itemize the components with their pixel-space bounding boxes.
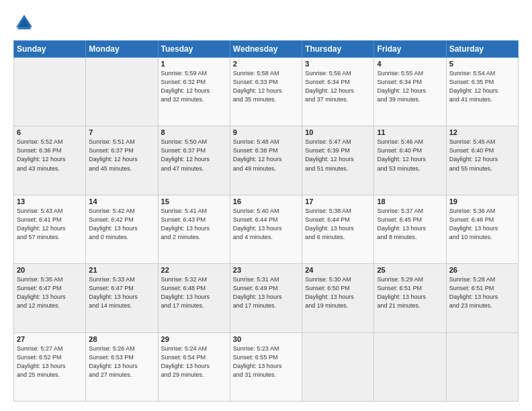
day-info: Sunrise: 5:55 AM Sunset: 6:34 PM Dayligh… bbox=[377, 69, 443, 104]
day-info: Sunrise: 5:59 AM Sunset: 6:32 PM Dayligh… bbox=[161, 69, 227, 104]
day-info: Sunrise: 5:43 AM Sunset: 6:41 PM Dayligh… bbox=[17, 207, 83, 242]
weekday-header-wednesday: Wednesday bbox=[230, 41, 302, 58]
logo bbox=[13, 12, 38, 34]
calendar-cell: 29Sunrise: 5:24 AM Sunset: 6:54 PM Dayli… bbox=[158, 332, 230, 401]
day-info: Sunrise: 5:24 AM Sunset: 6:54 PM Dayligh… bbox=[161, 345, 227, 379]
day-number: 23 bbox=[233, 266, 299, 274]
calendar-cell: 19Sunrise: 5:36 AM Sunset: 6:46 PM Dayli… bbox=[446, 195, 518, 263]
page: SundayMondayTuesdayWednesdayThursdayFrid… bbox=[0, 0, 532, 411]
calendar-cell: 17Sunrise: 5:38 AM Sunset: 6:44 PM Dayli… bbox=[302, 195, 374, 263]
day-number: 1 bbox=[161, 60, 227, 68]
calendar-cell: 11Sunrise: 5:46 AM Sunset: 6:40 PM Dayli… bbox=[374, 126, 446, 195]
day-number: 25 bbox=[377, 266, 443, 274]
day-info: Sunrise: 5:48 AM Sunset: 6:38 PM Dayligh… bbox=[233, 138, 299, 173]
calendar-cell: 18Sunrise: 5:37 AM Sunset: 6:45 PM Dayli… bbox=[374, 195, 446, 263]
weekday-header-thursday: Thursday bbox=[302, 41, 374, 58]
day-number: 5 bbox=[449, 60, 515, 68]
day-info: Sunrise: 5:26 AM Sunset: 6:53 PM Dayligh… bbox=[89, 345, 154, 379]
weekday-header-friday: Friday bbox=[374, 41, 446, 58]
week-row-3: 20Sunrise: 5:35 AM Sunset: 6:47 PM Dayli… bbox=[14, 264, 519, 332]
day-info: Sunrise: 5:58 AM Sunset: 6:33 PM Dayligh… bbox=[233, 69, 299, 104]
calendar-cell: 22Sunrise: 5:32 AM Sunset: 6:48 PM Dayli… bbox=[158, 264, 230, 332]
weekday-header-sunday: Sunday bbox=[14, 41, 86, 58]
day-number: 14 bbox=[89, 197, 154, 205]
calendar-cell: 10Sunrise: 5:47 AM Sunset: 6:39 PM Dayli… bbox=[302, 126, 374, 195]
day-number: 9 bbox=[233, 128, 299, 136]
calendar-cell: 20Sunrise: 5:35 AM Sunset: 6:47 PM Dayli… bbox=[14, 264, 86, 332]
day-number: 16 bbox=[233, 197, 299, 205]
weekday-header-row: SundayMondayTuesdayWednesdayThursdayFrid… bbox=[14, 41, 519, 58]
day-number: 22 bbox=[161, 266, 227, 274]
calendar-cell: 13Sunrise: 5:43 AM Sunset: 6:41 PM Dayli… bbox=[14, 195, 86, 263]
week-row-2: 13Sunrise: 5:43 AM Sunset: 6:41 PM Dayli… bbox=[14, 195, 519, 263]
day-info: Sunrise: 5:38 AM Sunset: 6:44 PM Dayligh… bbox=[305, 207, 371, 242]
header bbox=[13, 12, 519, 34]
day-info: Sunrise: 5:30 AM Sunset: 6:50 PM Dayligh… bbox=[305, 275, 371, 310]
day-info: Sunrise: 5:42 AM Sunset: 6:42 PM Dayligh… bbox=[89, 207, 154, 242]
calendar-cell: 14Sunrise: 5:42 AM Sunset: 6:42 PM Dayli… bbox=[86, 195, 158, 263]
day-info: Sunrise: 5:40 AM Sunset: 6:44 PM Dayligh… bbox=[233, 207, 299, 242]
weekday-header-saturday: Saturday bbox=[446, 41, 518, 58]
calendar-cell: 8Sunrise: 5:50 AM Sunset: 6:37 PM Daylig… bbox=[158, 126, 230, 195]
day-info: Sunrise: 5:37 AM Sunset: 6:45 PM Dayligh… bbox=[377, 207, 443, 242]
calendar-cell: 16Sunrise: 5:40 AM Sunset: 6:44 PM Dayli… bbox=[230, 195, 302, 263]
day-info: Sunrise: 5:56 AM Sunset: 6:34 PM Dayligh… bbox=[305, 69, 371, 104]
calendar-cell: 7Sunrise: 5:51 AM Sunset: 6:37 PM Daylig… bbox=[86, 126, 158, 195]
day-info: Sunrise: 5:32 AM Sunset: 6:48 PM Dayligh… bbox=[161, 275, 227, 310]
weekday-header-monday: Monday bbox=[86, 41, 158, 58]
week-row-0: 1Sunrise: 5:59 AM Sunset: 6:32 PM Daylig… bbox=[14, 58, 519, 126]
day-number: 18 bbox=[377, 197, 443, 205]
day-number: 2 bbox=[233, 60, 299, 68]
calendar-cell: 6Sunrise: 5:52 AM Sunset: 6:36 PM Daylig… bbox=[14, 126, 86, 195]
day-info: Sunrise: 5:45 AM Sunset: 6:40 PM Dayligh… bbox=[449, 138, 515, 173]
calendar-cell bbox=[302, 332, 374, 401]
day-number: 7 bbox=[89, 128, 154, 136]
day-info: Sunrise: 5:31 AM Sunset: 6:49 PM Dayligh… bbox=[233, 275, 299, 310]
day-info: Sunrise: 5:41 AM Sunset: 6:43 PM Dayligh… bbox=[161, 207, 227, 242]
calendar-cell: 27Sunrise: 5:27 AM Sunset: 6:52 PM Dayli… bbox=[14, 332, 86, 401]
day-info: Sunrise: 5:47 AM Sunset: 6:39 PM Dayligh… bbox=[305, 138, 371, 173]
calendar-cell: 4Sunrise: 5:55 AM Sunset: 6:34 PM Daylig… bbox=[374, 58, 446, 126]
day-info: Sunrise: 5:51 AM Sunset: 6:37 PM Dayligh… bbox=[89, 138, 154, 173]
day-number: 6 bbox=[17, 128, 83, 136]
calendar-cell: 9Sunrise: 5:48 AM Sunset: 6:38 PM Daylig… bbox=[230, 126, 302, 195]
day-number: 10 bbox=[305, 128, 371, 136]
day-info: Sunrise: 5:54 AM Sunset: 6:35 PM Dayligh… bbox=[449, 69, 515, 104]
calendar-cell: 12Sunrise: 5:45 AM Sunset: 6:40 PM Dayli… bbox=[446, 126, 518, 195]
week-row-4: 27Sunrise: 5:27 AM Sunset: 6:52 PM Dayli… bbox=[14, 332, 519, 401]
weekday-header-tuesday: Tuesday bbox=[158, 41, 230, 58]
calendar-cell bbox=[86, 58, 158, 126]
calendar-cell: 2Sunrise: 5:58 AM Sunset: 6:33 PM Daylig… bbox=[230, 58, 302, 126]
calendar-cell: 30Sunrise: 5:23 AM Sunset: 6:55 PM Dayli… bbox=[230, 332, 302, 401]
day-number: 17 bbox=[305, 197, 371, 205]
week-row-1: 6Sunrise: 5:52 AM Sunset: 6:36 PM Daylig… bbox=[14, 126, 519, 195]
day-number: 27 bbox=[17, 335, 83, 343]
calendar-cell: 25Sunrise: 5:29 AM Sunset: 6:51 PM Dayli… bbox=[374, 264, 446, 332]
day-number: 4 bbox=[377, 60, 443, 68]
calendar-cell: 21Sunrise: 5:33 AM Sunset: 6:47 PM Dayli… bbox=[86, 264, 158, 332]
day-number: 24 bbox=[305, 266, 371, 274]
logo-icon bbox=[13, 12, 35, 34]
day-number: 13 bbox=[17, 197, 83, 205]
calendar-cell: 3Sunrise: 5:56 AM Sunset: 6:34 PM Daylig… bbox=[302, 58, 374, 126]
day-number: 8 bbox=[161, 128, 227, 136]
calendar-cell: 15Sunrise: 5:41 AM Sunset: 6:43 PM Dayli… bbox=[158, 195, 230, 263]
day-number: 21 bbox=[89, 266, 154, 274]
calendar-cell: 24Sunrise: 5:30 AM Sunset: 6:50 PM Dayli… bbox=[302, 264, 374, 332]
calendar-cell: 28Sunrise: 5:26 AM Sunset: 6:53 PM Dayli… bbox=[86, 332, 158, 401]
day-info: Sunrise: 5:29 AM Sunset: 6:51 PM Dayligh… bbox=[377, 275, 443, 310]
day-info: Sunrise: 5:35 AM Sunset: 6:47 PM Dayligh… bbox=[17, 275, 83, 310]
day-info: Sunrise: 5:52 AM Sunset: 6:36 PM Dayligh… bbox=[17, 138, 83, 173]
day-info: Sunrise: 5:36 AM Sunset: 6:46 PM Dayligh… bbox=[449, 207, 515, 242]
svg-rect-2 bbox=[17, 27, 30, 29]
day-number: 3 bbox=[305, 60, 371, 68]
day-number: 19 bbox=[449, 197, 515, 205]
day-number: 26 bbox=[449, 266, 515, 274]
day-number: 15 bbox=[161, 197, 227, 205]
day-info: Sunrise: 5:23 AM Sunset: 6:55 PM Dayligh… bbox=[233, 345, 299, 379]
day-info: Sunrise: 5:28 AM Sunset: 6:51 PM Dayligh… bbox=[449, 275, 515, 310]
day-number: 11 bbox=[377, 128, 443, 136]
calendar-cell bbox=[374, 332, 446, 401]
day-number: 28 bbox=[89, 335, 154, 343]
calendar-cell bbox=[446, 332, 518, 401]
